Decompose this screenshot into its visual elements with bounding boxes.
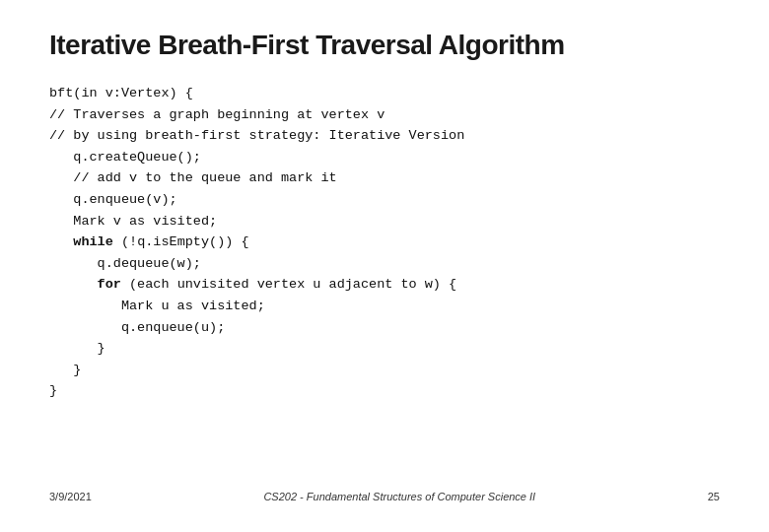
code-line-14: }	[49, 360, 720, 381]
code-line-12: q.enqueue(u);	[49, 317, 720, 339]
slide-footer: 3/9/2021 CS202 - Fundamental Structures …	[49, 481, 720, 502]
keyword-while: while	[73, 234, 113, 249]
slide-container: Iterative Breath-First Traversal Algorit…	[0, 0, 769, 532]
code-line-1: bft(in v:Vertex) {	[49, 83, 720, 104]
code-line-9: q.dequeue(w);	[49, 253, 720, 275]
code-line-15: }	[49, 380, 720, 402]
footer-course: CS202 - Fundamental Structures of Comput…	[263, 491, 535, 502]
footer-date: 3/9/2021	[49, 491, 92, 502]
code-line-4: q.createQueue();	[49, 147, 720, 168]
keyword-for: for	[98, 277, 121, 292]
code-line-11: Mark u as visited;	[49, 296, 720, 317]
code-line-10: for (each unvisited vertex u adjacent to…	[49, 274, 720, 296]
code-line-8: while (!q.isEmpty()) {	[49, 232, 720, 253]
code-line-7: Mark v as visited;	[49, 211, 720, 233]
code-line-2: // Traverses a graph beginning at vertex…	[49, 104, 720, 126]
code-line-13: }	[49, 338, 720, 360]
code-line-6: q.enqueue(v);	[49, 189, 720, 211]
code-block: bft(in v:Vertex) { // Traverses a graph …	[49, 83, 720, 481]
slide-title: Iterative Breath-First Traversal Algorit…	[49, 30, 720, 61]
code-line-3: // by using breath-first strategy: Itera…	[49, 125, 720, 147]
footer-page: 25	[708, 491, 720, 502]
code-line-5: // add v to the queue and mark it	[49, 167, 720, 189]
